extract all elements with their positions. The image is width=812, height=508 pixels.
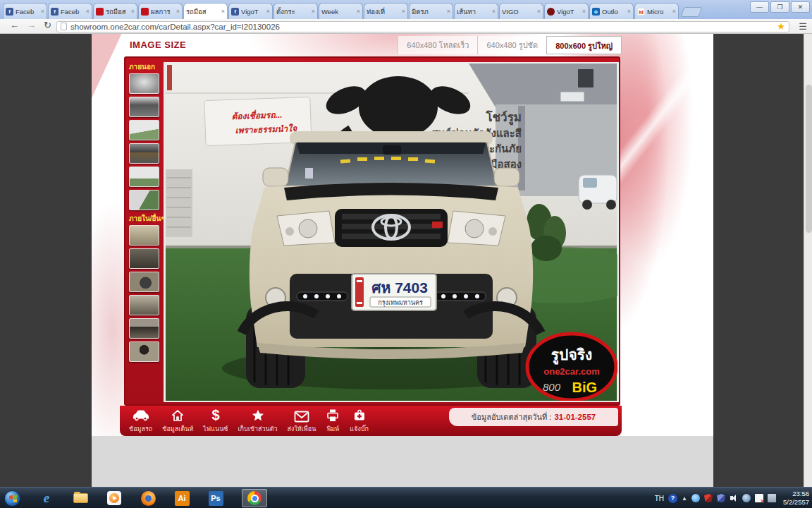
toolbar-item-printer[interactable]: พิมพ์	[321, 407, 345, 434]
help-tray-icon[interactable]: ?	[668, 494, 677, 503]
star-icon	[238, 407, 277, 423]
photo-thumbnail-8[interactable]	[129, 248, 159, 269]
toolbar-item-star[interactable]: เก็บเข้าส่วนตัว	[233, 407, 282, 434]
taskbar-date: 5/2/2557	[783, 498, 809, 507]
taskbar-illustrator-icon[interactable]: Ai	[174, 490, 190, 506]
photo-thumbnail-7[interactable]	[129, 225, 159, 246]
photo-thumbnail-11[interactable]	[129, 318, 159, 339]
chrome-menu-icon[interactable]: ☰	[799, 21, 807, 32]
browser-tab-4[interactable]: รถมือส×	[183, 3, 228, 19]
toolbar-item-dollar[interactable]: $ไฟแนนซ์	[198, 407, 233, 434]
browser-tab-2[interactable]: รถมือส×	[93, 3, 137, 19]
action-center-icon[interactable]	[755, 494, 763, 502]
forward-button[interactable]: →	[27, 20, 36, 30]
one2car-favicon	[141, 8, 149, 16]
tab-close-icon[interactable]: ×	[627, 8, 631, 15]
toolbar-item-firstaid[interactable]: แจ้งบั๊ก	[345, 407, 374, 434]
back-button[interactable]: ←	[10, 20, 19, 30]
browser-tab-12[interactable]: VigoT×	[544, 3, 589, 19]
photo-thumbnail-10[interactable]	[129, 295, 159, 315]
close-button[interactable]: ✕	[791, 1, 810, 13]
tab-list: fFaceb×fFaceb×รถมือส×ผลการ×รถมือส×fVigoT…	[3, 3, 701, 19]
reload-button[interactable]: ↻	[44, 20, 51, 30]
page-viewport: IMAGE SIZE 640x480 โหลดเร็ว 640x480 รูปช…	[0, 34, 812, 487]
toolbar-item-home[interactable]: ข้อมูลเต็นท์	[157, 407, 198, 434]
taskbar-explorer-icon[interactable]	[73, 490, 88, 506]
clock-tray-icon[interactable]	[742, 494, 751, 502]
browser-tab-11[interactable]: VIGO×	[499, 3, 543, 19]
photo-thumbnail-3[interactable]	[129, 120, 159, 140]
tab-close-icon[interactable]: ×	[131, 8, 135, 15]
tab-close-icon[interactable]: ×	[312, 8, 315, 15]
photo-thumbnail-6[interactable]	[129, 190, 159, 210]
taskbar-ie-icon[interactable]: e	[39, 490, 54, 506]
tab-close-icon[interactable]: ×	[176, 8, 180, 15]
browser-tab-13[interactable]: oOutlo×	[589, 3, 634, 19]
browser-tab-7[interactable]: Week×	[319, 3, 363, 19]
last-updated-label: ข้อมูลอับเดตล่าสุดวันที่ :	[472, 411, 552, 423]
taskbar-firefox-icon[interactable]	[140, 490, 156, 506]
photo-thumbnail-2[interactable]	[129, 97, 159, 117]
taskbar-clock[interactable]: 23:56 5/2/2557	[783, 490, 809, 507]
toolbar-item-label: เก็บเข้าส่วนตัว	[238, 424, 277, 434]
tab-close-icon[interactable]: ×	[41, 8, 44, 15]
new-tab-button[interactable]	[680, 7, 702, 17]
browser-tab-5[interactable]: fVigoT×	[228, 3, 273, 19]
toolbar-item-mail[interactable]: ส่งให้เพื่อน	[283, 407, 321, 434]
taskbar-photoshop-icon[interactable]: Ps	[208, 490, 223, 506]
network-tray-icon[interactable]	[768, 494, 776, 502]
size-option-640-fast[interactable]: 640x480 โหลดเร็ว	[398, 36, 477, 54]
security-tray-icon[interactable]	[717, 494, 725, 502]
tab-label: ผลการ	[151, 6, 174, 17]
browser-tab-14[interactable]: MMicro×	[634, 3, 679, 19]
thumbnail-rail: ภายนอกภายใน/อื่นๆ	[128, 59, 162, 365]
tab-close-icon[interactable]: ×	[537, 8, 541, 15]
tab-close-icon[interactable]: ×	[672, 8, 676, 15]
tab-close-icon[interactable]: ×	[447, 8, 450, 15]
car-icon	[129, 407, 152, 423]
minimize-button[interactable]: —	[750, 1, 769, 13]
tab-close-icon[interactable]: ×	[492, 8, 496, 15]
browser-tab-3[interactable]: ผลการ×	[138, 3, 183, 19]
browser-tab-8[interactable]: ท่องเที่×	[364, 3, 408, 19]
url-text[interactable]: showroom.one2car.com/carDetail.aspx?car_…	[70, 23, 773, 31]
tab-close-icon[interactable]: ×	[266, 8, 270, 15]
page-scrollbar[interactable]	[804, 34, 812, 487]
photo-thumbnail-4[interactable]	[129, 143, 159, 164]
photo-thumbnail-1[interactable]	[129, 73, 159, 94]
tab-close-icon[interactable]: ×	[582, 8, 586, 15]
size-option-800-big[interactable]: 800x600 รูปใหญ่	[546, 36, 622, 54]
photo-thumbnail-5[interactable]	[129, 167, 159, 187]
toolbar-item-car[interactable]: ข้อมูลรถ	[124, 407, 157, 434]
browser-tab-6[interactable]: ตั้งกระ×	[273, 3, 318, 19]
tab-close-icon[interactable]: ×	[221, 8, 225, 15]
photo-thumbnail-9[interactable]	[129, 272, 159, 292]
license-plate: ศห 7403 กรุงเทพมหานคร	[352, 274, 436, 310]
size-option-640-clear[interactable]: 640x480 รูปชัด	[477, 36, 546, 54]
language-indicator[interactable]: TH	[655, 495, 664, 502]
downloader-tray-icon[interactable]	[691, 494, 700, 502]
tab-close-icon[interactable]: ×	[402, 8, 405, 15]
browser-tab-1[interactable]: fFaceb×	[48, 3, 92, 19]
volume-tray-icon[interactable]	[730, 494, 738, 502]
start-button[interactable]	[4, 490, 20, 507]
maximize-button[interactable]: ❐	[770, 1, 789, 13]
tab-label: เส้นทา	[457, 6, 490, 17]
mail-icon	[288, 407, 316, 423]
facebook-favicon: f	[51, 8, 59, 16]
show-hidden-icons[interactable]: ▲	[682, 495, 687, 502]
browser-tab-9[interactable]: มิตรภ×	[409, 3, 453, 19]
browser-tab-0[interactable]: fFaceb×	[3, 3, 47, 19]
toolbar-items: ข้อมูลรถข้อมูลเต็นท์$ไฟแนนซ์เก็บเข้าส่วน…	[124, 407, 374, 434]
svg-text:ศห 7403: ศห 7403	[371, 279, 428, 296]
taskbar-media-player-icon[interactable]	[106, 490, 122, 506]
antivirus-tray-icon[interactable]	[704, 494, 713, 502]
browser-tab-10[interactable]: เส้นทา×	[454, 3, 498, 19]
tab-close-icon[interactable]: ×	[357, 8, 360, 15]
bookmark-star-icon[interactable]: ★	[777, 22, 785, 32]
taskbar-chrome-icon-active[interactable]	[242, 489, 267, 507]
tab-close-icon[interactable]: ×	[86, 8, 90, 15]
scrollbar-thumb[interactable]	[806, 85, 812, 233]
photo-thumbnail-12[interactable]	[129, 341, 159, 362]
address-bar[interactable]: showroom.one2car.com/carDetail.aspx?car_…	[56, 21, 789, 32]
